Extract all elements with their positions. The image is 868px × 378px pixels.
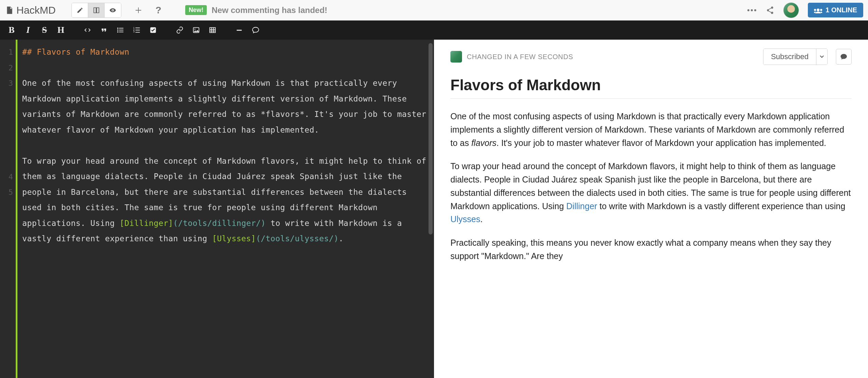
scrollbar-thumb[interactable] [429, 43, 433, 234]
svg-point-0 [747, 9, 749, 11]
md-link-url: (/tools/dillinger/) [173, 219, 266, 228]
plus-icon [135, 6, 142, 14]
preview-em: flavors [471, 138, 497, 148]
link-button[interactable] [172, 22, 188, 38]
last-changed-text: CHANGED IN A FEW SECONDS [467, 53, 573, 61]
preview-link-dillinger[interactable]: Dillinger [566, 201, 597, 211]
share-icon[interactable] [765, 6, 774, 15]
line-number: 1 [0, 44, 16, 60]
md-text: To wrap your head around the concept of … [22, 157, 431, 228]
view-preview-button[interactable] [105, 3, 121, 17]
add-button[interactable] [132, 3, 145, 17]
logo-text: HackMD [16, 4, 56, 16]
svg-point-4 [117, 29, 119, 31]
preview-paragraph: To wrap your head around the concept of … [450, 160, 852, 226]
line-number: 3 [0, 76, 16, 91]
italic-icon: I [26, 25, 30, 35]
subscribe-button[interactable]: Subscribed [763, 49, 816, 65]
online-count-label: 1 ONLINE [826, 6, 857, 14]
code-editor[interactable]: ## Flavors of Markdown One of the most c… [17, 40, 434, 378]
ulist-button[interactable] [112, 22, 128, 38]
check-square-icon [149, 26, 157, 34]
svg-rect-7 [119, 30, 123, 30]
preview-paragraph: Practically speaking, this means you nev… [450, 236, 852, 263]
heading-icon: H [57, 25, 64, 35]
olist-button[interactable]: 123 [128, 22, 145, 38]
link-icon [176, 26, 184, 34]
view-split-button[interactable] [88, 3, 105, 17]
comment-icon [252, 26, 259, 34]
checklist-button[interactable] [145, 22, 161, 38]
pencil-icon [77, 7, 83, 14]
editor-toolbar: B I S H 123 [0, 21, 868, 40]
logo[interactable]: HackMD [5, 4, 56, 16]
bold-button[interactable]: B [3, 22, 20, 38]
md-heading: ## Flavors of Markdown [22, 48, 129, 56]
help-button[interactable]: ? [155, 5, 161, 16]
comment-button[interactable] [247, 22, 264, 38]
svg-point-5 [117, 31, 119, 33]
list-ul-icon [117, 26, 124, 34]
italic-button[interactable]: I [20, 22, 36, 38]
view-edit-button[interactable] [72, 3, 88, 17]
subscribe-dropdown[interactable] [816, 49, 827, 65]
svg-text:3: 3 [133, 30, 135, 33]
online-users-button[interactable]: 1 ONLINE [808, 3, 863, 17]
minus-icon [235, 26, 243, 34]
list-ol-icon: 123 [133, 26, 140, 34]
quote-icon [100, 26, 108, 34]
preview-body: Flavors of Markdown One of the most conf… [450, 77, 852, 263]
line-number: 5 [0, 185, 16, 200]
heading-button[interactable]: H [53, 22, 69, 38]
strike-button[interactable]: S [36, 22, 53, 38]
svg-point-1 [751, 9, 753, 11]
preview-pane: CHANGED IN A FEW SECONDS Subscribed Flav… [434, 40, 868, 378]
line-number: 2 [0, 60, 16, 76]
svg-rect-8 [119, 32, 123, 32]
preview-heading: Flavors of Markdown [450, 77, 852, 99]
hr-button[interactable] [231, 22, 247, 38]
preview-link-ulysses[interactable]: Ulysses [450, 214, 480, 224]
line-gutter: 1 2 3 4 5 [0, 40, 16, 378]
code-button[interactable] [79, 22, 96, 38]
svg-point-2 [754, 9, 756, 11]
svg-rect-13 [135, 30, 140, 30]
columns-icon [93, 7, 100, 14]
svg-rect-14 [135, 32, 140, 33]
editor-pane[interactable]: 1 2 3 4 5 ## Flavors of Markdown One of … [0, 40, 434, 378]
svg-point-3 [117, 28, 119, 29]
status-info: CHANGED IN A FEW SECONDS [450, 51, 573, 63]
md-link-url: (/tools/ulysses/) [256, 234, 339, 243]
table-icon [209, 26, 216, 34]
strike-icon: S [42, 25, 47, 35]
md-paragraph: One of the most confusing aspects of usi… [22, 79, 431, 134]
quote-button[interactable] [96, 22, 112, 38]
code-icon [84, 26, 91, 34]
image-icon [192, 26, 200, 34]
table-button[interactable] [204, 22, 221, 38]
users-icon [814, 7, 822, 13]
svg-rect-12 [135, 28, 140, 28]
comments-panel-button[interactable] [836, 49, 852, 65]
header-right: 1 ONLINE [747, 2, 863, 18]
svg-rect-18 [210, 28, 216, 33]
svg-rect-23 [237, 30, 242, 31]
eye-icon [109, 7, 116, 14]
news-text[interactable]: New commenting has landed! [212, 5, 327, 15]
file-icon [5, 5, 14, 16]
md-text: . [339, 234, 343, 243]
preview-paragraph: One of the most confusing aspects of usi… [450, 110, 852, 149]
app-header: HackMD ? New! New commenting has landed!… [0, 0, 868, 21]
image-button[interactable] [188, 22, 204, 38]
main-split: 1 2 3 4 5 ## Flavors of Markdown One of … [0, 40, 868, 378]
chevron-down-icon [820, 55, 824, 58]
view-mode-toggle [71, 3, 121, 18]
md-link-text: [Dillinger] [120, 219, 173, 228]
status-actions: Subscribed [763, 49, 852, 65]
more-icon[interactable] [747, 9, 757, 12]
editor-avatar[interactable] [450, 51, 462, 63]
user-avatar[interactable] [783, 2, 799, 18]
svg-point-17 [194, 29, 195, 30]
svg-rect-6 [119, 28, 123, 29]
bold-icon: B [9, 25, 14, 35]
